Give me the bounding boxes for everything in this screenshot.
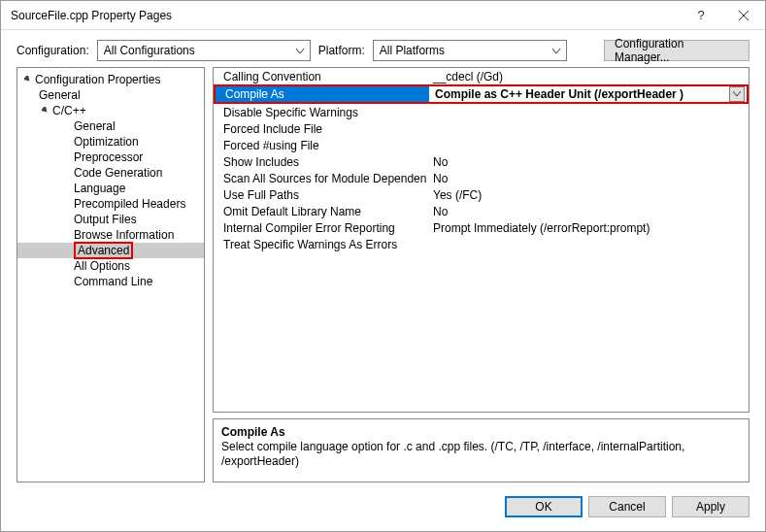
cancel-button[interactable]: Cancel — [588, 496, 666, 517]
tree-item-advanced[interactable]: Advanced — [17, 243, 204, 258]
configuration-value: All Configurations — [104, 44, 195, 57]
help-icon: ? — [697, 8, 704, 22]
chevron-down-icon — [296, 44, 304, 57]
grid-row[interactable]: Show IncludesNo — [214, 153, 749, 170]
tree-item-cpp[interactable]: C/C++ — [17, 103, 204, 118]
grid-value: No — [427, 172, 749, 185]
grid-key: Omit Default Library Name — [214, 205, 427, 218]
grid-row[interactable]: Scan All Sources for Module DependenNo — [214, 170, 749, 186]
description-body: Select compile language option for .c an… — [221, 440, 741, 469]
grid-value: Compile as C++ Header Unit (/exportHeade… — [429, 86, 747, 102]
footer: OK Cancel Apply — [1, 488, 765, 531]
grid-row[interactable]: Forced Include File — [214, 120, 749, 137]
tree-item-optimization[interactable]: Optimization — [17, 134, 204, 150]
platform-combo[interactable]: All Platforms — [373, 40, 567, 61]
grid-row[interactable]: Forced #using File — [214, 137, 749, 153]
content-area: Configuration Properties General C/C++ G… — [1, 67, 765, 488]
right-column: Calling Convention__cdecl (/Gd)Compile A… — [213, 67, 749, 482]
grid-row[interactable]: Use Full PathsYes (/FC) — [214, 186, 749, 203]
tree-item-general-top[interactable]: General — [17, 87, 204, 103]
tree-item-language[interactable]: Language — [17, 181, 204, 196]
grid-row[interactable]: Internal Compiler Error ReportingPrompt … — [214, 219, 749, 236]
close-button[interactable] — [722, 1, 765, 30]
tree-item-root[interactable]: Configuration Properties — [17, 72, 204, 87]
grid-value: __cdecl (/Gd) — [427, 70, 749, 83]
grid-key: Compile As — [216, 86, 429, 102]
chevron-down-icon — [552, 44, 560, 57]
titlebar: SourceFile.cpp Property Pages ? — [1, 1, 765, 30]
description-box: Compile As Select compile language optio… — [213, 418, 749, 482]
nav-tree[interactable]: Configuration Properties General C/C++ G… — [17, 67, 205, 482]
property-grid[interactable]: Calling Convention__cdecl (/Gd)Compile A… — [213, 67, 749, 413]
platform-label: Platform: — [318, 44, 365, 57]
grid-key: Show Includes — [214, 155, 427, 169]
tree-item-precompiled-headers[interactable]: Precompiled Headers — [17, 196, 204, 212]
collapse-icon[interactable] — [39, 107, 52, 115]
platform-value: All Platforms — [380, 44, 445, 57]
grid-key: Forced #using File — [214, 139, 427, 152]
grid-row[interactable]: Treat Specific Warnings As Errors — [214, 236, 749, 252]
window-title: SourceFile.cpp Property Pages — [11, 9, 680, 22]
help-button[interactable]: ? — [680, 1, 722, 30]
property-pages-window: SourceFile.cpp Property Pages ? Configur… — [0, 0, 766, 532]
tree-item-all-options[interactable]: All Options — [17, 258, 204, 274]
grid-row[interactable]: Omit Default Library NameNo — [214, 203, 749, 219]
grid-row[interactable]: Disable Specific Warnings — [214, 104, 749, 120]
grid-row[interactable]: Calling Convention__cdecl (/Gd) — [214, 68, 749, 84]
configuration-manager-button[interactable]: Configuration Manager... — [604, 40, 749, 61]
config-row: Configuration: All Configurations Platfo… — [1, 30, 765, 67]
collapse-icon[interactable] — [21, 76, 35, 83]
chevron-down-icon — [733, 91, 741, 97]
grid-key: Forced Include File — [214, 122, 427, 136]
grid-value: No — [427, 205, 749, 218]
grid-key: Treat Specific Warnings As Errors — [214, 238, 427, 251]
ok-button[interactable]: OK — [505, 496, 583, 517]
row-dropdown-button[interactable] — [729, 86, 745, 102]
tree-item-browse-information[interactable]: Browse Information — [17, 227, 204, 243]
grid-key: Internal Compiler Error Reporting — [214, 221, 427, 235]
tree-item-code-generation[interactable]: Code Generation — [17, 165, 204, 181]
grid-key: Scan All Sources for Module Dependen — [214, 172, 427, 185]
configuration-label: Configuration: — [17, 44, 89, 57]
configuration-combo[interactable]: All Configurations — [97, 40, 311, 61]
grid-value: Yes (/FC) — [427, 188, 749, 202]
grid-row[interactable]: Compile AsCompile as C++ Header Unit (/e… — [214, 84, 749, 104]
grid-key: Disable Specific Warnings — [214, 106, 427, 119]
grid-value: No — [427, 155, 749, 169]
grid-key: Use Full Paths — [214, 188, 427, 202]
tree-item-command-line[interactable]: Command Line — [17, 274, 204, 289]
grid-value: Prompt Immediately (/errorReport:prompt) — [427, 221, 749, 235]
description-title: Compile As — [221, 425, 741, 439]
tree-item-general[interactable]: General — [17, 118, 204, 134]
tree-item-output-files[interactable]: Output Files — [17, 212, 204, 227]
grid-key: Calling Convention — [214, 70, 427, 83]
close-icon — [739, 11, 749, 20]
apply-button[interactable]: Apply — [672, 496, 749, 517]
tree-item-preprocessor[interactable]: Preprocessor — [17, 150, 204, 165]
